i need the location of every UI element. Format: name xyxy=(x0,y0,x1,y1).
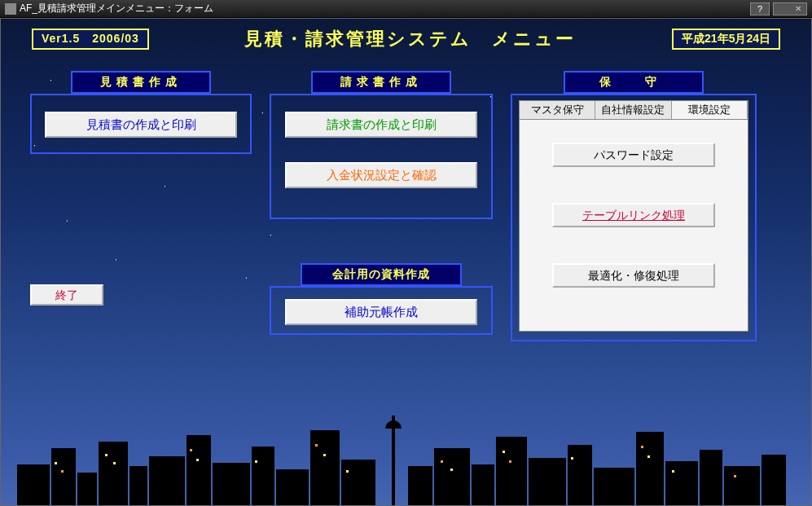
btn-billing-create[interactable]: 請求書の作成と印刷 xyxy=(285,112,477,138)
help-button[interactable]: ? xyxy=(750,2,770,15)
section-head-maintenance: 保 守 xyxy=(564,71,704,94)
tab-master[interactable]: マスタ保守 xyxy=(520,101,595,119)
tabs: マスタ保守 自社情報設定 環境設定 xyxy=(519,100,748,120)
btn-subledger[interactable]: 補助元帳作成 xyxy=(285,299,477,325)
btn-payment-status[interactable]: 入金状況設定と確認 xyxy=(285,162,477,188)
date-box: 平成21年5月24日 xyxy=(672,29,780,50)
tab-company[interactable]: 自社情報設定 xyxy=(595,101,671,119)
close-button[interactable] xyxy=(773,2,807,15)
tab-env[interactable]: 環境設定 xyxy=(672,101,748,119)
window-title: AF_見積請求管理メインメニュー：フォーム xyxy=(20,2,213,15)
titlebar: AF_見積請求管理メインメニュー：フォーム ? xyxy=(0,0,812,18)
btn-exit[interactable]: 終了 xyxy=(30,284,103,306)
maintenance-frame: マスタ保守 自社情報設定 環境設定 パスワード設定 テーブルリンク処理 最適化・… xyxy=(511,94,757,341)
content-area: · · · · . · · . · · Ver1.5 2006/03 見積・請求… xyxy=(0,18,812,506)
section-head-billing: 請求書作成 xyxy=(311,71,451,94)
btn-password[interactable]: パスワード設定 xyxy=(552,143,715,167)
form-icon xyxy=(5,3,16,15)
header-row: Ver1.5 2006/03 見積・請求管理システム メニュー 平成21年5月2… xyxy=(15,27,797,51)
column-billing: 請求書作成 請求書の作成と印刷 入金状況設定と確認 会計用の資料作成 補助元帳作… xyxy=(270,71,493,341)
version-box: Ver1.5 2006/03 xyxy=(32,29,149,50)
panel-billing: 請求書の作成と印刷 入金状況設定と確認 xyxy=(270,94,493,219)
panel-estimate: 見積書の作成と印刷 xyxy=(30,94,252,154)
skyline-decoration xyxy=(1,407,811,505)
column-maintenance: 保 守 マスタ保守 自社情報設定 環境設定 パスワード設定 テーブルリンク処理 … xyxy=(511,71,757,341)
section-head-accounting: 会計用の資料作成 xyxy=(301,263,462,286)
tab-body-env: パスワード設定 テーブルリンク処理 最適化・修復処理 xyxy=(519,120,748,332)
section-head-estimate: 見積書作成 xyxy=(71,71,211,94)
btn-tablelink[interactable]: テーブルリンク処理 xyxy=(552,203,715,227)
btn-estimate-create[interactable]: 見積書の作成と印刷 xyxy=(45,112,237,138)
panel-accounting: 補助元帳作成 xyxy=(270,286,493,335)
system-title: 見積・請求管理システム メニュー xyxy=(149,27,672,51)
column-estimate: 見積書作成 見積書の作成と印刷 終了 xyxy=(30,71,252,341)
btn-optimize[interactable]: 最適化・修復処理 xyxy=(552,263,715,288)
